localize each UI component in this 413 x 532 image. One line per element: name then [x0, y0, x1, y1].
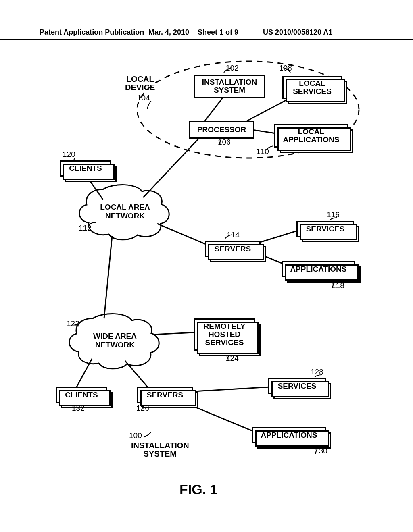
ref-102: 102: [226, 64, 239, 73]
ref-120: 120: [63, 150, 75, 159]
ref-118: 118: [332, 281, 344, 290]
box-applications-bot: APPLICATIONS: [252, 427, 326, 443]
svg-line-13: [104, 236, 112, 318]
box-local-applications: LOCAL APPLICATIONS: [274, 124, 348, 148]
svg-text:NETWORK: NETWORK: [95, 341, 135, 349]
svg-line-8: [143, 136, 201, 197]
ref-114: 114: [227, 231, 240, 239]
ref-106: 106: [218, 138, 231, 147]
ref-126: 126: [136, 404, 149, 413]
ref-124: 124: [226, 354, 239, 363]
svg-line-5: [205, 95, 225, 121]
svg-line-11: [256, 230, 300, 243]
svg-line-17: [188, 387, 270, 392]
box-processor: PROCESSOR: [189, 121, 254, 139]
box-applications-mid: APPLICATIONS: [282, 261, 355, 277]
ref-110: 110: [256, 147, 269, 156]
ref-116: 116: [327, 210, 340, 219]
svg-line-15: [77, 359, 92, 387]
svg-line-10: [157, 224, 210, 246]
box-servers-mid: SERVERS: [205, 241, 261, 257]
lan-cloud: LOCAL AREA NETWORK: [79, 185, 169, 240]
patent-page: Patent Application Publication Mar. 4, 2…: [0, 0, 413, 532]
label-installation-system: INSTALLATION SYSTEM: [131, 441, 189, 458]
ref-100: 100: [129, 431, 142, 440]
svg-text:LOCAL AREA: LOCAL AREA: [100, 203, 150, 211]
box-services-bot: SERVICES: [268, 378, 326, 394]
label-local-device: LOCAL DEVICE: [125, 75, 155, 92]
box-clients-top: CLIENTS: [60, 160, 111, 177]
ref-128: 128: [311, 368, 323, 376]
box-local-services: LOCAL SERVICES: [282, 76, 342, 99]
box-remotely-hosted: REMOTELY HOSTED SERVICES: [194, 318, 255, 351]
box-servers-bot: SERVERS: [137, 387, 193, 403]
ref-132: 132: [72, 404, 85, 413]
wan-cloud: WIDE AREA NETWORK: [69, 314, 159, 369]
svg-text:WIDE AREA: WIDE AREA: [93, 332, 137, 340]
ref-130: 130: [315, 447, 327, 455]
box-installation-system: INSTALLATION SYSTEM: [194, 75, 265, 98]
svg-text:NETWORK: NETWORK: [105, 212, 145, 220]
ref-122: 122: [67, 319, 79, 328]
box-clients-bot: CLIENTS: [56, 387, 107, 403]
box-services-mid: SERVICES: [296, 221, 354, 237]
ref-108: 108: [279, 64, 292, 73]
ref-112: 112: [79, 224, 92, 233]
ref-104: 104: [137, 94, 150, 102]
svg-line-14: [153, 332, 194, 335]
